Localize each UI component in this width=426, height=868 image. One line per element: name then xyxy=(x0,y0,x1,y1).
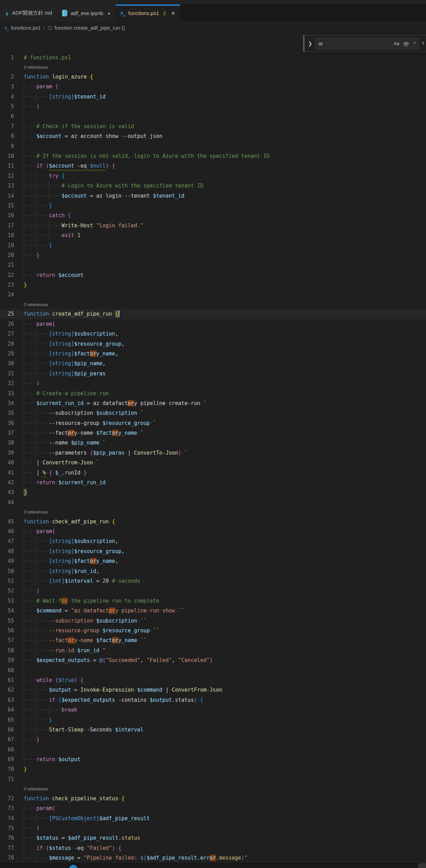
codelens-references[interactable]: 0 references xyxy=(0,300,426,309)
code-line[interactable]: 16········catch·{ xyxy=(0,211,426,220)
line-number[interactable]: 75 xyxy=(0,823,14,833)
line-number[interactable]: 43 xyxy=(0,487,14,497)
code-line[interactable]: 9 xyxy=(0,141,426,151)
line-number[interactable]: 7 xyxy=(0,122,14,131)
code-line[interactable]: 23} xyxy=(0,280,426,290)
code-line[interactable]: 39········--parameters·($pip_paras·|·Con… xyxy=(0,448,426,458)
code-line[interactable]: 59····$expected_outputs·=·@("Succeeded",… xyxy=(0,655,426,665)
line-number[interactable]: 56 xyxy=(0,626,14,635)
code-line[interactable]: 63········if·($expected_outputs·-contain… xyxy=(0,695,426,705)
code-line[interactable]: 31········[string]$pip_paras xyxy=(0,369,426,378)
line-number[interactable]: 63 xyxy=(0,695,14,705)
code-line[interactable]: 44 xyxy=(0,498,426,507)
line-number[interactable]: 21 xyxy=(0,260,14,270)
code-line[interactable]: 19········} xyxy=(0,241,426,250)
line-number[interactable]: 45 xyxy=(0,517,14,527)
line-number[interactable]: 71 xyxy=(0,774,14,784)
line-number[interactable]: 8 xyxy=(0,131,14,141)
code-line[interactable]: 32····) xyxy=(0,378,426,388)
line-number[interactable]: 67 xyxy=(0,735,14,744)
codelens-references[interactable]: 0 references xyxy=(0,62,426,72)
line-number[interactable]: 48 xyxy=(0,546,14,556)
code-line[interactable]: 69····return·$output xyxy=(0,755,426,764)
code-line[interactable]: 22····return·$account xyxy=(0,270,426,280)
line-number[interactable]: 19 xyxy=(0,241,14,250)
code-line[interactable]: 38········--name·$pip_name·` xyxy=(0,438,426,448)
line-number[interactable]: 39 xyxy=(0,448,14,458)
line-number[interactable]: 2 xyxy=(0,72,14,82)
line-number[interactable]: 25 xyxy=(0,309,14,319)
code-line[interactable]: 36········--resource-group·$resource_gro… xyxy=(0,418,426,428)
code-line[interactable]: 40····|·Convertfrom-Json·` xyxy=(0,458,426,468)
codelens-references[interactable]: 0 references xyxy=(0,784,426,794)
code-line[interactable]: 53····#·Wait·for·the·pipeline·run·to·com… xyxy=(0,596,426,606)
code-line[interactable]: 4········[string]$tenant_id xyxy=(0,92,426,102)
breadcrumb-symbol[interactable]: function create_adf_pipe_run () xyxy=(54,25,125,31)
code-line[interactable]: 45function·check_adf_pipe_run·{ xyxy=(0,517,426,527)
line-number[interactable]: 13 xyxy=(0,181,14,191)
line-number[interactable]: 62 xyxy=(0,685,14,695)
code-line[interactable]: 75····) xyxy=(0,823,426,833)
line-number[interactable]: 17 xyxy=(0,221,14,230)
line-number[interactable]: 60 xyxy=(0,665,14,675)
code-line[interactable]: 10····#·If·the·session·is·not·valid,·log… xyxy=(0,151,426,161)
line-number[interactable]: 46 xyxy=(0,527,14,536)
code-line[interactable]: 77····if·($status·-eq·"Failed")·{ xyxy=(0,843,426,853)
code-line[interactable]: 61····while·($true)·{ xyxy=(0,675,426,685)
code-line[interactable]: 47········[string]$subscription, xyxy=(0,536,426,546)
code-line[interactable]: 76····$status·=·$adf_pipe_result.status xyxy=(0,833,426,843)
line-number[interactable]: 57 xyxy=(0,635,14,645)
line-number[interactable]: 59 xyxy=(0,655,14,665)
code-line[interactable]: 29········[string]$factory_name, xyxy=(0,349,426,359)
breadcrumb-file[interactable]: functions.ps1 xyxy=(11,25,40,31)
code-line[interactable]: 42····return·$current_run_id xyxy=(0,478,426,487)
code-line[interactable]: 70} xyxy=(0,764,426,774)
line-number[interactable]: 68 xyxy=(0,745,14,755)
regex-icon[interactable]: .* xyxy=(413,41,416,46)
code-line[interactable]: 51········[int]$interval·=·20·#·seconds xyxy=(0,576,426,586)
line-number[interactable]: 32 xyxy=(0,378,14,388)
code-line[interactable]: 73····param( xyxy=(0,803,426,813)
code-line[interactable]: 14············$account·=·az·login·--tena… xyxy=(0,191,426,201)
find-input[interactable]: or Aa ab .* xyxy=(315,38,419,49)
code-line[interactable]: 64············break xyxy=(0,705,426,715)
line-number[interactable]: 6 xyxy=(0,111,14,121)
code-line[interactable]: 25function·create_adf_pipe_run·{ xyxy=(0,309,426,319)
line-number[interactable]: 40 xyxy=(0,458,14,468)
code-line[interactable]: 13············#·Login·to·Azure·with·the·… xyxy=(0,181,426,191)
line-number[interactable]: 66 xyxy=(0,725,14,735)
code-line[interactable]: 68 xyxy=(0,745,426,755)
line-number[interactable]: 35 xyxy=(0,408,14,418)
code-line[interactable]: 21 xyxy=(0,260,426,270)
line-number[interactable]: 61 xyxy=(0,675,14,685)
code-line[interactable]: 48········[string]$resource_group, xyxy=(0,546,426,556)
code-line[interactable]: 11····if·($account·-eq·$null)·{ xyxy=(0,161,426,171)
line-number[interactable]: 41 xyxy=(0,468,14,478)
code-line[interactable]: 27········[string]$subscription, xyxy=(0,329,426,339)
code-line[interactable]: 12········try·{ xyxy=(0,171,426,181)
line-number[interactable]: 78 xyxy=(0,853,14,863)
code-line[interactable]: 17············Write-Host·"Login·failed." xyxy=(0,221,426,230)
match-case-icon[interactable]: Aa xyxy=(394,41,399,46)
line-number[interactable]: 58 xyxy=(0,646,14,655)
code-line[interactable]: 15········} xyxy=(0,201,426,211)
close-icon[interactable]: ✕ xyxy=(171,10,175,16)
code-line[interactable]: 52····) xyxy=(0,586,426,596)
line-number[interactable]: 47 xyxy=(0,536,14,546)
line-number[interactable]: 50 xyxy=(0,566,14,576)
code-line[interactable]: 30········[string]$pip_name, xyxy=(0,359,426,368)
line-number[interactable]: 16 xyxy=(0,211,14,220)
line-number[interactable]: 33 xyxy=(0,389,14,398)
find-resize-sash[interactable] xyxy=(303,35,305,52)
line-number[interactable]: 10 xyxy=(0,151,14,161)
code-line[interactable]: 37········--factory-name·$factory_name·` xyxy=(0,428,426,438)
line-number[interactable]: 30 xyxy=(0,359,14,368)
codelens-references[interactable]: 0 references xyxy=(0,507,426,517)
line-number[interactable]: 73 xyxy=(0,803,14,813)
code-line[interactable]: 62········$output·=·Invoke-Expression·$c… xyxy=(0,685,426,695)
line-number[interactable]: 29 xyxy=(0,349,14,359)
line-number[interactable]: 22 xyxy=(0,270,14,280)
line-number[interactable]: 54 xyxy=(0,606,14,616)
line-number[interactable]: 3 xyxy=(0,82,14,91)
line-number[interactable]: 51 xyxy=(0,576,14,586)
